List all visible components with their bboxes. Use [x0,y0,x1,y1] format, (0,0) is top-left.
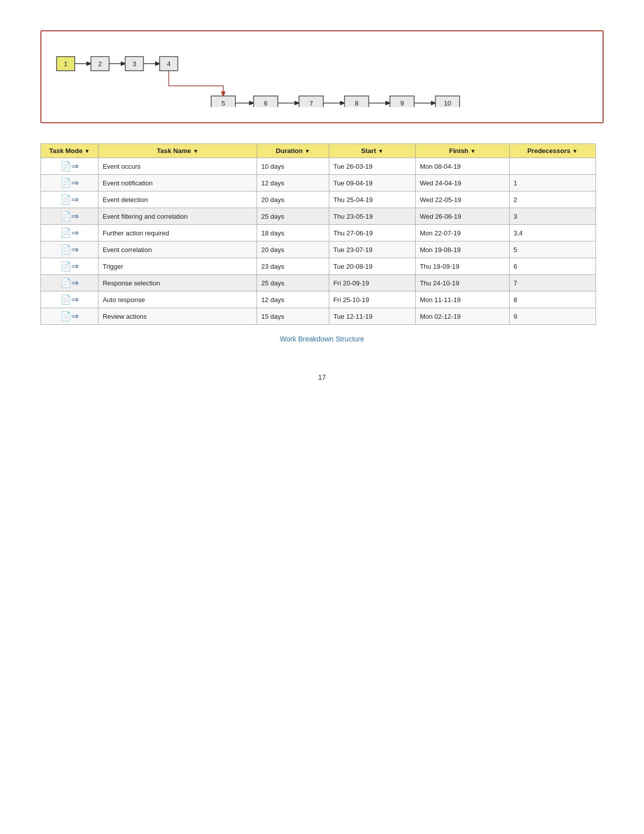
task-name: Further action required [98,225,257,241]
task-name: Event detection [98,191,257,208]
table-row: 📄⇒Event filtering and correlation25 days… [41,208,596,225]
task-table-section: Task Mode ▼ Task Name ▼ Duration ▼ Start… [40,143,604,325]
svg-text:8: 8 [355,100,358,107]
task-icon: 📄⇒ [60,211,79,221]
svg-text:7: 7 [309,100,313,107]
flowchart-svg: 1 2 3 4 5 6 7 [52,46,587,107]
col-header-predecessors[interactable]: Predecessors ▼ [509,144,596,158]
table-row: 📄⇒Further action required18 daysThu 27-0… [41,225,596,241]
table-caption: Work Breakdown Structure [40,335,604,343]
svg-text:10: 10 [444,100,451,107]
col-header-task-mode[interactable]: Task Mode ▼ [41,144,98,158]
task-duration: 12 days [257,291,329,308]
task-finish: Mon 11-11-19 [416,291,510,308]
svg-text:9: 9 [400,100,404,107]
task-predecessors: 3,4 [509,225,596,241]
task-duration: 25 days [257,275,329,291]
task-icon: 📄⇒ [60,194,79,205]
svg-text:4: 4 [167,60,170,68]
task-predecessors: 5 [509,241,596,258]
col-header-duration[interactable]: Duration ▼ [257,144,329,158]
task-start: Tue 12-11-19 [329,308,415,325]
task-name: Event notification [98,175,257,191]
task-finish: Mon 19-08-19 [416,241,510,258]
task-start: Thu 23-05-19 [329,208,415,225]
table-row: 📄⇒Response selection25 daysFri 20-09-19T… [41,275,596,291]
svg-text:1: 1 [64,60,67,68]
task-duration: 23 days [257,258,329,275]
task-duration: 10 days [257,158,329,175]
task-mode-icon: 📄⇒ [41,291,98,308]
task-mode-icon: 📄⇒ [41,308,98,325]
task-icon: 📄⇒ [60,178,79,188]
table-row: 📄⇒Event detection20 daysThu 25-04-19Wed … [41,191,596,208]
task-predecessors: 6 [509,258,596,275]
task-icon: 📄⇒ [60,228,79,238]
col-header-finish[interactable]: Finish ▼ [416,144,510,158]
task-mode-icon: 📄⇒ [41,208,98,225]
task-icon: 📄⇒ [60,244,79,255]
task-icon: 📄⇒ [60,278,79,288]
task-name: Event filtering and correlation [98,208,257,225]
task-name: Event correlation [98,241,257,258]
task-duration: 12 days [257,175,329,191]
task-finish: Mon 22-07-19 [416,225,510,241]
task-duration: 15 days [257,308,329,325]
task-predecessors: 3 [509,208,596,225]
task-finish: Wed 22-05-19 [416,191,510,208]
task-icon: 📄⇒ [60,295,79,305]
svg-text:2: 2 [98,60,102,68]
task-finish: Wed 26-06-19 [416,208,510,225]
task-mode-icon: 📄⇒ [41,191,98,208]
task-mode-icon: 📄⇒ [41,158,98,175]
task-mode-icon: 📄⇒ [41,275,98,291]
task-predecessors: 2 [509,191,596,208]
task-start: Fri 20-09-19 [329,275,415,291]
task-name: Review actions [98,308,257,325]
col-header-task-name[interactable]: Task Name ▼ [98,144,257,158]
table-row: 📄⇒Review actions15 daysTue 12-11-19Mon 0… [41,308,596,325]
flowchart-section: 1 2 3 4 5 6 7 [40,30,604,123]
task-mode-icon: 📄⇒ [41,175,98,191]
task-duration: 25 days [257,208,329,225]
task-predecessors: 7 [509,275,596,291]
task-duration: 18 days [257,225,329,241]
task-icon: 📄⇒ [60,161,79,171]
task-name: Auto response [98,291,257,308]
task-finish: Thu 24-10-19 [416,275,510,291]
table-row: 📄⇒Event occurs10 daysTue 26-03-19Mon 08-… [41,158,596,175]
task-duration: 20 days [257,241,329,258]
task-start: Fri 25-10-19 [329,291,415,308]
task-predecessors [509,158,596,175]
task-icon: 📄⇒ [60,261,79,271]
task-mode-icon: 📄⇒ [41,258,98,275]
task-name: Event occurs [98,158,257,175]
task-table: Task Mode ▼ Task Name ▼ Duration ▼ Start… [40,143,596,325]
page-number: 17 [40,373,604,381]
task-mode-icon: 📄⇒ [41,225,98,241]
table-row: 📄⇒Event notification12 daysTue 09-04-19W… [41,175,596,191]
task-predecessors: 9 [509,308,596,325]
table-row: 📄⇒Event correlation20 daysTue 23-07-19Mo… [41,241,596,258]
task-start: Tue 09-04-19 [329,175,415,191]
task-predecessors: 8 [509,291,596,308]
task-start: Tue 26-03-19 [329,158,415,175]
task-start: Tue 20-08-19 [329,258,415,275]
task-name: Response selection [98,275,257,291]
table-row: 📄⇒Auto response12 daysFri 25-10-19Mon 11… [41,291,596,308]
task-finish: Wed 24-04-19 [416,175,510,191]
task-finish: Mon 08-04-19 [416,158,510,175]
task-finish: Thu 19-09-19 [416,258,510,275]
svg-text:3: 3 [132,60,136,68]
col-header-start[interactable]: Start ▼ [329,144,415,158]
task-mode-icon: 📄⇒ [41,241,98,258]
svg-text:5: 5 [221,100,225,107]
task-finish: Mon 02-12-19 [416,308,510,325]
task-duration: 20 days [257,191,329,208]
task-predecessors: 1 [509,175,596,191]
task-icon: 📄⇒ [60,311,79,321]
task-start: Tue 23-07-19 [329,241,415,258]
svg-text:6: 6 [264,100,267,107]
task-start: Thu 25-04-19 [329,191,415,208]
task-name: Trigger [98,258,257,275]
